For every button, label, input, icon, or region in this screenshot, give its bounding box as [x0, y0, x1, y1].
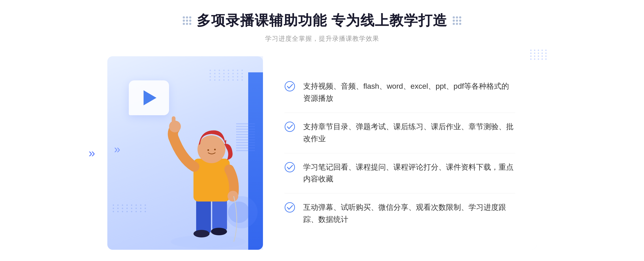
feature-text-2: 支持章节目录、弹题考试、课后练习、课后作业、章节测验、批改作业	[303, 121, 515, 145]
feature-item-3: 学习笔记回看、课程提问、课程评论打分、课件资料下载，重点内容收藏	[284, 153, 515, 194]
svg-rect-4	[195, 231, 208, 235]
check-icon-1	[284, 81, 295, 92]
svg-rect-1	[196, 199, 211, 234]
chevron-double-icon: »	[114, 143, 120, 156]
feature-text-1: 支持视频、音频、flash、word、excel、ppt、pdf等各种格式的资源…	[303, 80, 515, 105]
header-section: 多项录播课辅助功能 专为线上教学打造 学习进度全掌握，提升录播课教学效果	[0, 11, 644, 43]
svg-point-12	[197, 135, 225, 163]
svg-point-14	[214, 149, 216, 150]
outer-chevron-icon: »	[89, 147, 95, 159]
check-icon-2	[284, 121, 295, 132]
svg-rect-2	[212, 199, 227, 231]
title-row: 多项录播课辅助功能 专为线上教学打造	[183, 11, 461, 30]
subtitle: 学习进度全掌握，提升录播课教学效果	[265, 34, 379, 43]
svg-point-17	[285, 162, 295, 172]
feature-item-1: 支持视频、音频、flash、word、excel、ppt、pdf等各种格式的资源…	[284, 72, 515, 113]
svg-point-18	[285, 203, 295, 212]
svg-point-15	[285, 81, 295, 91]
right-panel: 支持视频、音频、flash、word、excel、ppt、pdf等各种格式的资源…	[263, 56, 537, 249]
check-icon-4	[284, 202, 295, 213]
dots-pattern-tr	[210, 70, 244, 81]
page-container: 多项录播课辅助功能 专为线上教学打造 学习进度全掌握，提升录播课教学效果 »	[0, 11, 644, 249]
svg-point-11	[228, 191, 238, 202]
content-area: »	[107, 56, 537, 249]
title-deco-right-icon	[453, 16, 461, 25]
svg-rect-10	[172, 116, 175, 128]
feature-item-4: 互动弹幕、试听购买、微信分享、观看次数限制、学习进度跟踪、数据统计	[284, 193, 515, 234]
main-title: 多项录播课辅助功能 专为线上教学打造	[197, 11, 447, 30]
svg-point-13	[207, 149, 209, 151]
person-illustration	[155, 100, 257, 250]
svg-rect-6	[212, 229, 226, 233]
feature-item-2: 支持章节目录、弹题考试、课后练习、课后作业、章节测验、批改作业	[284, 113, 515, 153]
check-icon-3	[284, 162, 295, 173]
left-panel: »	[107, 56, 263, 249]
outer-dots-topright	[530, 50, 547, 60]
feature-text-3: 学习笔记回看、课程提问、课程评论打分、课件资料下载，重点内容收藏	[303, 161, 515, 185]
feature-text-4: 互动弹幕、试听购买、微信分享、观看次数限制、学习进度跟踪、数据统计	[303, 202, 515, 226]
title-deco-left-icon	[183, 16, 191, 25]
svg-point-16	[285, 122, 295, 132]
dots-pattern-bl	[113, 204, 147, 212]
svg-point-0	[171, 235, 246, 248]
